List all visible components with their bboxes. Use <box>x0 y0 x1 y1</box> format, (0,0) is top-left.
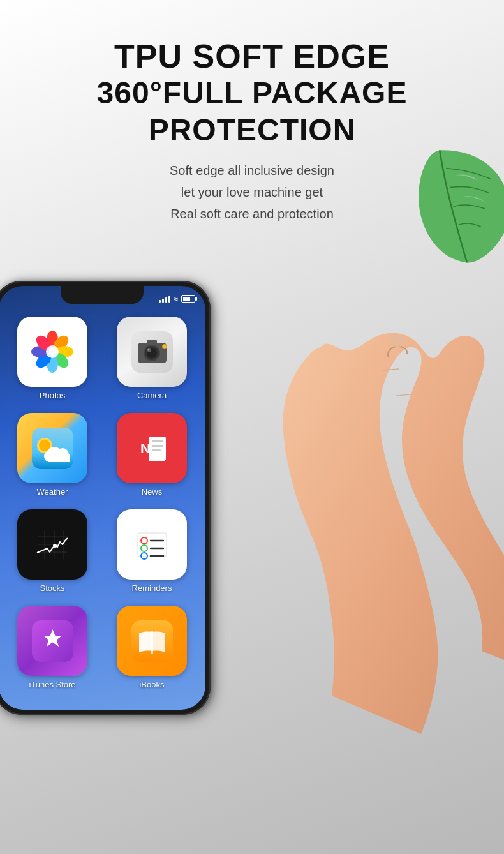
phone-shell: ≈ <box>0 281 211 715</box>
app-item-itunes-store[interactable]: iTunes Store <box>9 606 96 689</box>
svg-point-16 <box>147 348 149 350</box>
subtitle: Soft edge all inclusive design let your … <box>26 160 478 225</box>
app-icon-camera <box>117 317 187 387</box>
app-icon-reminders <box>117 509 187 580</box>
header-area: TPU SOFT EDGE 360°FULL PACKAGE PROTECTIO… <box>0 38 504 225</box>
app-item-stocks[interactable]: Stocks <box>9 509 96 593</box>
app-label-itunes: iTunes Store <box>29 680 75 689</box>
svg-point-18 <box>163 345 166 348</box>
svg-point-9 <box>46 345 59 358</box>
wifi-icon: ≈ <box>174 294 178 304</box>
app-label-weather: Weather <box>37 487 68 497</box>
phone-screen: ≈ <box>0 286 205 710</box>
app-label-camera: Camera <box>137 391 167 400</box>
svg-point-41 <box>53 544 57 548</box>
svg-text:N: N <box>140 440 151 456</box>
title-text-1: TPU SOFT EDGE <box>114 38 390 75</box>
svg-line-55 <box>396 394 411 396</box>
app-item-photos[interactable]: Photos <box>9 317 96 400</box>
subtitle-line3: Real soft care and protection <box>170 207 334 221</box>
app-icon-itunes <box>17 606 87 676</box>
svg-rect-32 <box>152 445 163 447</box>
svg-rect-26 <box>48 454 70 462</box>
app-item-reminders[interactable]: Reminders <box>108 509 195 593</box>
app-item-weather[interactable]: Weather <box>9 413 96 497</box>
svg-rect-31 <box>152 440 163 442</box>
app-label-stocks: Stocks <box>40 583 64 593</box>
subtitle-line2: let your love machine get <box>181 185 323 199</box>
svg-rect-19 <box>147 340 157 345</box>
title-line2: 360°FULL PACKAGE PROTECTION <box>26 75 478 148</box>
app-label-news: News <box>142 487 163 497</box>
app-icon-ibooks <box>117 606 187 676</box>
app-item-camera[interactable]: Camera <box>108 317 195 400</box>
subtitle-line1: Soft edge all inclusive design <box>170 163 334 177</box>
app-grid: Photos <box>9 317 195 702</box>
app-label-ibooks: iBooks <box>139 680 164 689</box>
status-icons: ≈ <box>159 294 195 304</box>
title-line1: TPU SOFT EDGE <box>26 38 478 75</box>
app-icon-news: N <box>117 413 187 483</box>
svg-rect-33 <box>152 449 161 451</box>
app-label-reminders: Reminders <box>132 583 172 593</box>
app-label-photos: Photos <box>40 391 65 400</box>
app-icon-weather <box>17 413 87 483</box>
app-item-news[interactable]: N News <box>108 413 195 497</box>
signal-icon <box>159 295 170 303</box>
phone-notch <box>61 286 144 304</box>
battery-icon <box>181 295 195 303</box>
title-text-2: 360°FULL PACKAGE PROTECTION <box>97 76 408 147</box>
svg-rect-34 <box>32 524 73 566</box>
hand-overlay <box>198 223 504 798</box>
app-icon-photos <box>17 317 87 387</box>
app-item-ibooks[interactable]: iBooks <box>108 606 195 689</box>
app-icon-stocks <box>17 509 87 580</box>
